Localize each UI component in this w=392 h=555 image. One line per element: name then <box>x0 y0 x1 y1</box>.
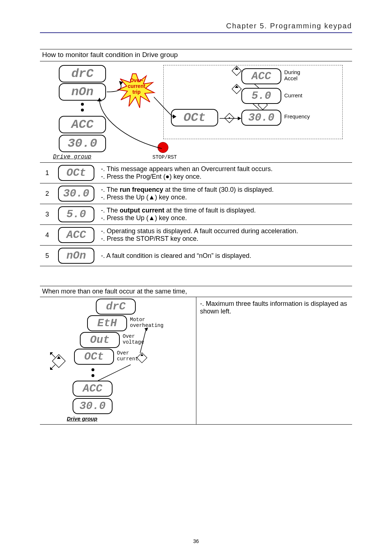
ellipsis-dot <box>91 374 94 377</box>
svg-marker-25 <box>140 354 143 356</box>
lcd-eth: EtH <box>87 315 127 331</box>
svg-marker-4 <box>238 117 241 120</box>
callout-box: OCt 30.0 Frequency <box>163 65 343 139</box>
page-number: 36 <box>0 538 392 544</box>
steps-table: 1OCt-. This message appears when an Over… <box>40 162 352 266</box>
table-row: 5nOn-. A fault condition is cleared and … <box>40 246 352 266</box>
step-lcd: 5.0 <box>54 204 98 225</box>
svg-marker-19 <box>57 356 61 359</box>
svg-marker-26 <box>144 328 148 331</box>
lcd-accel: ACC <box>241 68 281 84</box>
label-accel: DuringAccel <box>284 69 300 81</box>
section1-caption: How to monitor fault condition in Drive … <box>40 49 352 61</box>
arrow-curve <box>130 325 148 354</box>
ellipsis-dot <box>91 368 94 371</box>
svg-line-27 <box>98 365 131 381</box>
step-description: -. The output current at the time of fau… <box>98 204 352 225</box>
multi-right-text: -. Maximum three faults information is d… <box>196 297 352 424</box>
step-number: 5 <box>40 246 54 266</box>
step-number: 4 <box>40 225 54 246</box>
arrow-right <box>220 116 241 121</box>
lcd-oct-2: OCt <box>74 349 114 365</box>
lcd-out: Out <box>80 332 120 348</box>
step-description: -. This message appears when an Overcurr… <box>98 163 352 183</box>
step-number: 3 <box>40 204 54 225</box>
label-current: Current <box>284 92 302 98</box>
step-number: 2 <box>40 183 54 204</box>
drive-group-label-2: Drive group <box>67 416 97 422</box>
table-row: 1OCt-. This message appears when an Over… <box>40 163 352 183</box>
table-row: 4ACC-. Operating status is displayed. A … <box>40 225 352 246</box>
fault-diagram: drC nOn ACC 30.0 Drive group Over- curre… <box>40 65 345 161</box>
step-lcd: nOn <box>54 246 98 266</box>
nav-key-icon <box>50 352 68 370</box>
section2-caption: When more than one fault occur at the sa… <box>40 286 352 297</box>
step-description: -. The run frequency at the time of faul… <box>98 183 352 204</box>
label-frequency: Frequency <box>284 113 310 119</box>
nav-key-icon <box>232 66 241 76</box>
table-row: 230.0-. The run frequency at the time of… <box>40 183 352 204</box>
table-row: 35.0-. The output current at the time of… <box>40 204 352 225</box>
lcd-acc-2: ACC <box>73 381 113 397</box>
nav-key-icon <box>232 84 241 94</box>
step-lcd: OCt <box>54 163 98 183</box>
step-lcd: 30.0 <box>54 183 98 204</box>
burst-text: Over- current trip <box>119 77 154 95</box>
step-lcd: ACC <box>54 225 98 246</box>
lcd-current: 5.0 <box>241 88 281 104</box>
svg-marker-16 <box>173 114 176 119</box>
lcd-freq: 30.0 <box>241 110 281 126</box>
lcd-300-2: 30.0 <box>73 398 113 414</box>
step-number: 1 <box>40 163 54 183</box>
step-description: -. Operating status is displayed. A faul… <box>98 225 352 246</box>
step-description: -. A fault condition is cleared and “nOn… <box>98 246 352 266</box>
multi-fault-block: drC EtH Motor overheating Out Over volta… <box>40 297 352 425</box>
lcd-drc-2: drC <box>96 299 136 315</box>
chapter-header: Chapter 5. Programming keypad <box>40 22 352 33</box>
svg-marker-17 <box>97 98 102 101</box>
